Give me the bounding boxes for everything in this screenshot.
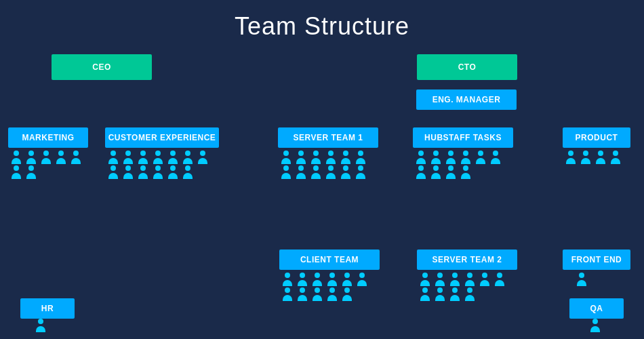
customer-exp-box: CUSTOMER EXPERIENCE [105, 127, 219, 148]
server-team-1-persons [279, 151, 378, 179]
front-end-box: FRONT END [563, 250, 630, 270]
hr-box: HR [20, 298, 75, 319]
front-end-persons [575, 273, 588, 286]
product-persons [564, 151, 632, 164]
marketing-box: MARKETING [8, 127, 88, 148]
page-title: Team Structure [0, 0, 644, 41]
server-team-2-persons [418, 273, 517, 301]
server-team-2-box: SERVER TEAM 2 [417, 250, 517, 270]
hubstaff-tasks-box: HUBSTAFF TASKS [413, 127, 513, 148]
qa-box: QA [569, 298, 624, 319]
hubstaff-persons [414, 151, 512, 179]
product-box: PRODUCT [563, 127, 630, 148]
cto-box: CTO [417, 54, 517, 80]
client-team-box: CLIENT TEAM [279, 250, 380, 270]
client-team-persons [281, 273, 379, 301]
marketing-persons [9, 151, 87, 179]
server-team-1-box: SERVER TEAM 1 [278, 127, 378, 148]
hr-persons [34, 319, 47, 332]
org-chart: CEO CTO ENG. MANAGER MARKETING CUSTOMER … [0, 47, 644, 339]
ceo-box: CEO [52, 54, 152, 80]
customer-exp-persons [106, 151, 218, 179]
qa-persons [588, 319, 602, 332]
eng-manager-box: ENG. MANAGER [416, 89, 517, 110]
